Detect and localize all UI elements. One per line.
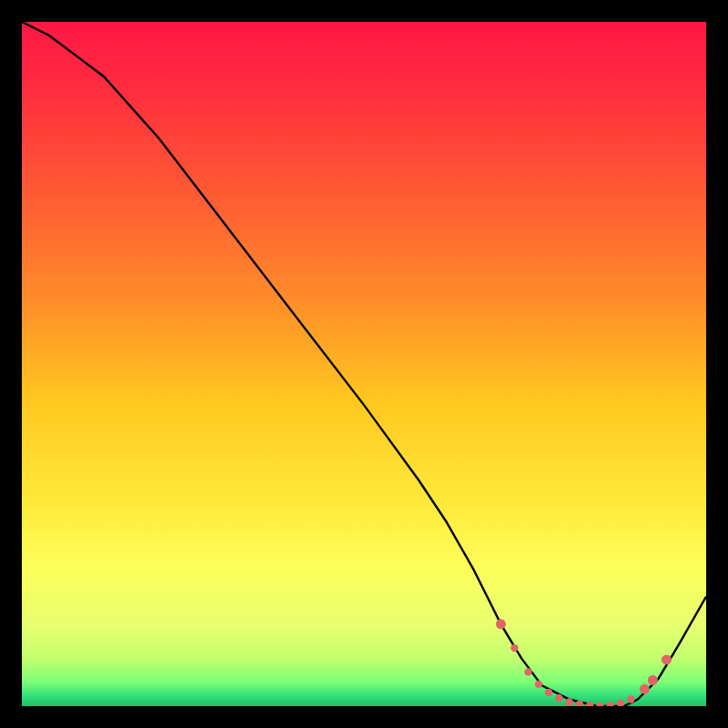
marker-dot [648, 675, 658, 685]
gradient-background [22, 22, 706, 706]
marker-dot [565, 698, 572, 705]
marker-dot [496, 619, 506, 629]
marker-dot [535, 681, 542, 688]
marker-dot [511, 644, 518, 652]
bottleneck-chart [22, 22, 706, 706]
marker-dot [662, 654, 672, 664]
marker-dot [545, 689, 552, 696]
marker-dot [627, 695, 634, 703]
marker-dot [555, 694, 562, 702]
marker-dot [524, 668, 531, 675]
marker-dot [640, 684, 650, 694]
